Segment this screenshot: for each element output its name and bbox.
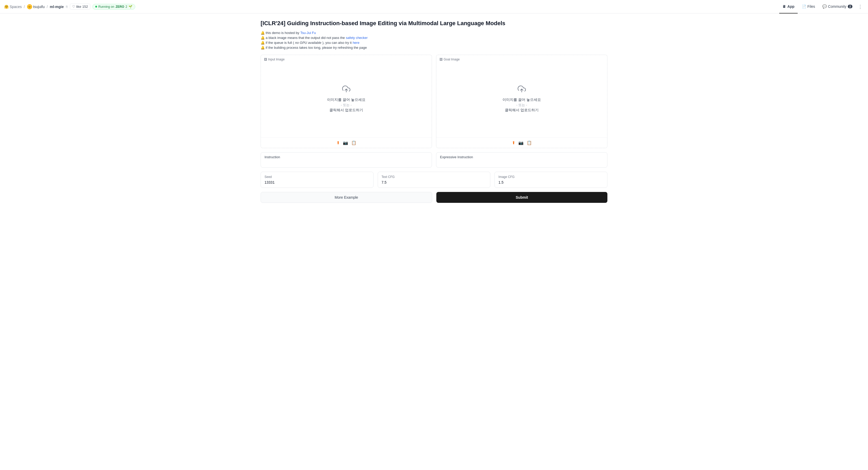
more-example-button[interactable]: More Example xyxy=(260,192,432,203)
more-icon: ⋮ xyxy=(858,4,863,10)
input-image-panel[interactable]: 🖼 Input Image 이미지를 끌어 놓으세요 - 또는 - 클릭해서 업… xyxy=(260,55,432,148)
instruction-label: Instruction xyxy=(265,155,428,159)
input-clipboard-icon[interactable]: 📋 xyxy=(351,140,356,145)
input-image-label-text: Input Image xyxy=(268,58,284,61)
page-title: [ICLR'24] Guiding Instruction-based Imag… xyxy=(260,20,608,27)
info1-link[interactable]: Tsu-Jui Fu xyxy=(300,31,316,35)
info2-text-before: 🔔 a black image means that the output di… xyxy=(260,36,345,40)
submit-button[interactable]: Submit xyxy=(436,192,608,203)
heart-icon: ♡ xyxy=(72,5,75,8)
input-image-label: 🖼 Input Image xyxy=(264,58,284,61)
info1-text-before: 🔔 this demo is hosted by xyxy=(260,31,299,35)
info3-text-before: 🔔 if the queue is full ( xyxy=(260,41,294,45)
like-count: 152 xyxy=(82,5,88,8)
running-count: 2 xyxy=(125,5,127,8)
info3-link[interactable]: here xyxy=(353,41,360,45)
breadcrumb-sep2: / xyxy=(47,5,48,9)
text-cfg-input[interactable] xyxy=(381,180,487,184)
running-dot xyxy=(95,6,97,7)
text-cfg-label: Text CFG xyxy=(381,175,487,179)
navbar-right: 🖥 App 📄 Files 💬 Community 2 ⋮ xyxy=(779,0,864,13)
info2-link[interactable]: safety checker xyxy=(346,36,368,40)
running-badge: Running on ZERO 2 🌱 xyxy=(92,4,135,10)
input-image-dropzone[interactable]: 이미지를 끌어 놓으세요 - 또는 - 클릭해서 업로드하기 xyxy=(261,55,432,137)
community-badge: 2 xyxy=(848,5,852,8)
navbar: 🤗 Spaces / 🐱 tsujuifu / ml-mgie ⎘ ♡ like… xyxy=(0,0,868,13)
more-menu-button[interactable]: ⋮ xyxy=(857,3,864,10)
spaces-icon: 🤗 xyxy=(4,5,8,9)
goal-upload-arrow-icon xyxy=(518,85,526,95)
goal-image-toolbar: ⬆ 📷 📋 xyxy=(436,137,607,148)
info-list: 🔔 this demo is hosted by Tsu-Jui Fu 🔔 a … xyxy=(260,31,608,49)
upload-arrow-icon xyxy=(342,85,350,95)
instruction-row: Instruction Expressive Instruction xyxy=(260,152,608,168)
tab-files-label: Files xyxy=(808,4,815,8)
community-icon: 💬 xyxy=(822,4,827,8)
button-row: More Example Submit xyxy=(260,192,608,203)
spaces-label: Spaces xyxy=(10,5,22,9)
seed-group: Seed xyxy=(260,172,374,188)
image-cfg-group: Image CFG xyxy=(494,172,608,188)
goal-clipboard-icon[interactable]: 📋 xyxy=(527,140,532,145)
app-icon: 🖥 xyxy=(782,4,786,8)
goal-image-dropzone[interactable]: 이미지를 끌어 놓으세요 - 또는 - 클릭해서 업로드하기 xyxy=(436,55,607,137)
seed-input[interactable] xyxy=(265,180,370,184)
files-icon: 📄 xyxy=(802,4,806,8)
input-upload-icon[interactable]: ⬆ xyxy=(336,140,340,145)
copy-icon[interactable]: ⎘ xyxy=(66,5,68,8)
input-webcam-icon[interactable]: 📷 xyxy=(343,140,348,145)
expressive-instruction-group: Expressive Instruction xyxy=(436,152,608,168)
zero-badge: ZERO xyxy=(116,5,124,8)
goal-upload-text-or: - 또는 - xyxy=(516,103,527,107)
input-image-icon: 🖼 xyxy=(264,58,267,61)
running-label: Running on xyxy=(98,5,114,8)
info-item-3: 🔔 if the queue is full ( no GPU availabl… xyxy=(260,41,608,45)
tab-community-label: Community xyxy=(828,4,846,8)
info-item-1: 🔔 this demo is hosted by Tsu-Jui Fu xyxy=(260,31,608,35)
instruction-input[interactable] xyxy=(265,161,428,165)
input-image-toolbar: ⬆ 📷 📋 xyxy=(261,137,432,148)
input-upload-text-or: - 또는 - xyxy=(341,103,352,107)
instruction-group: Instruction xyxy=(260,152,432,168)
expressive-instruction-input[interactable] xyxy=(440,161,603,165)
info3-text-mid: ), you can also try it xyxy=(322,41,352,45)
tab-app[interactable]: 🖥 App xyxy=(779,0,797,13)
params-row: Seed Text CFG Image CFG xyxy=(260,172,608,188)
navbar-left: 🤗 Spaces / 🐱 tsujuifu / ml-mgie ⎘ ♡ like… xyxy=(4,4,777,10)
info-item-4: 🔔 if the building process takes too long… xyxy=(260,46,608,49)
breadcrumb-sep: / xyxy=(24,5,25,9)
repo-link[interactable]: ml-mgie xyxy=(50,5,64,9)
like-label: like xyxy=(76,5,82,8)
info3-italic: no GPU available xyxy=(295,41,321,45)
image-cfg-label: Image CFG xyxy=(498,175,603,179)
goal-image-panel[interactable]: 🖼 Goal Image 이미지를 끌어 놓으세요 - 또는 - 클릭해서 업로… xyxy=(436,55,608,148)
goal-image-label: 🖼 Goal Image xyxy=(439,58,460,61)
tab-app-label: App xyxy=(787,4,794,8)
like-button[interactable]: ♡ like 152 xyxy=(70,4,90,10)
text-cfg-group: Text CFG xyxy=(378,172,491,188)
user-link[interactable]: 🐱 tsujuifu xyxy=(27,4,44,9)
tab-community[interactable]: 💬 Community 2 xyxy=(819,0,856,13)
input-upload-text-main: 이미지를 끌어 놓으세요 xyxy=(327,98,366,102)
goal-webcam-icon[interactable]: 📷 xyxy=(518,140,524,145)
goal-image-icon: 🖼 xyxy=(439,58,442,61)
spaces-link[interactable]: 🤗 Spaces xyxy=(4,5,22,9)
goal-image-label-text: Goal Image xyxy=(444,58,460,61)
goal-upload-icon[interactable]: ⬆ xyxy=(512,140,515,145)
info4-text: 🔔 if the building process takes too long… xyxy=(260,46,367,49)
goal-upload-text-click: 클릭해서 업로드하기 xyxy=(505,108,538,112)
expressive-instruction-label: Expressive Instruction xyxy=(440,155,603,159)
tab-files[interactable]: 📄 Files xyxy=(799,0,818,13)
seedling-icon: 🌱 xyxy=(128,5,132,8)
username: tsujuifu xyxy=(33,5,44,9)
info-item-2: 🔔 a black image means that the output di… xyxy=(260,36,608,40)
seed-label: Seed xyxy=(265,175,370,179)
main-content: [ICLR'24] Guiding Instruction-based Imag… xyxy=(252,13,616,213)
image-cfg-input[interactable] xyxy=(498,180,603,184)
goal-upload-text-main: 이미지를 끌어 놓으세요 xyxy=(502,98,541,102)
user-avatar: 🐱 xyxy=(27,4,32,9)
image-upload-row: 🖼 Input Image 이미지를 끌어 놓으세요 - 또는 - 클릭해서 업… xyxy=(260,55,608,148)
input-upload-text-click: 클릭해서 업로드하기 xyxy=(330,108,363,112)
